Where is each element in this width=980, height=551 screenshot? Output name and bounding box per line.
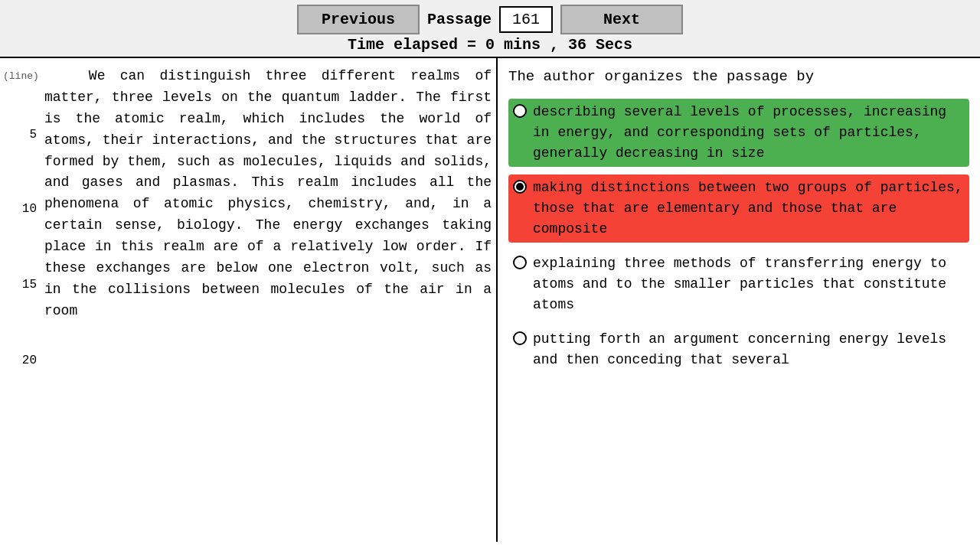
passage-number-input[interactable]: [499, 6, 553, 33]
radio-c[interactable]: [513, 256, 527, 269]
question-text: The author organizes the passage by: [508, 66, 969, 88]
option-b[interactable]: making distinctions between two groups o…: [508, 174, 969, 243]
question-panel: The author organizes the passage by desc…: [498, 58, 980, 542]
radio-a[interactable]: [513, 104, 527, 118]
header-top: Previous Passage Next: [297, 5, 683, 34]
line-numbers-col: (line) 5 10 15 20: [3, 66, 40, 370]
radio-b[interactable]: [513, 180, 527, 194]
passage-panel: (line) 5 10 15 20 We can distinguish thr…: [0, 58, 498, 542]
option-a-text: describing several levels of processes, …: [533, 102, 965, 164]
line-num-15: 15: [3, 276, 37, 295]
passage-inner: (line) 5 10 15 20 We can distinguish thr…: [0, 66, 496, 370]
option-b-text: making distinctions between two groups o…: [533, 178, 965, 240]
line-num-5: 5: [3, 126, 37, 145]
option-c-text: explaining three methods of transferring…: [533, 253, 965, 315]
next-button[interactable]: Next: [560, 5, 683, 34]
passage-body: We can distinguish three different realm…: [40, 66, 496, 370]
option-c[interactable]: explaining three methods of transferring…: [508, 250, 969, 318]
passage-label: Passage: [427, 11, 492, 28]
option-a[interactable]: describing several levels of processes, …: [508, 99, 969, 167]
previous-button[interactable]: Previous: [297, 5, 420, 34]
line-num-20: 20: [3, 351, 37, 370]
option-d[interactable]: putting forth an argument concerning ene…: [508, 326, 969, 373]
line-num-10: 10: [3, 200, 37, 219]
radio-d[interactable]: [513, 331, 527, 345]
timer: Time elapsed = 0 mins , 36 Secs: [348, 36, 632, 54]
option-d-text: putting forth an argument concerning ene…: [533, 329, 965, 370]
line-header: (line): [3, 69, 37, 84]
header: Previous Passage Next Time elapsed = 0 m…: [0, 0, 980, 58]
main-content: (line) 5 10 15 20 We can distinguish thr…: [0, 58, 980, 542]
